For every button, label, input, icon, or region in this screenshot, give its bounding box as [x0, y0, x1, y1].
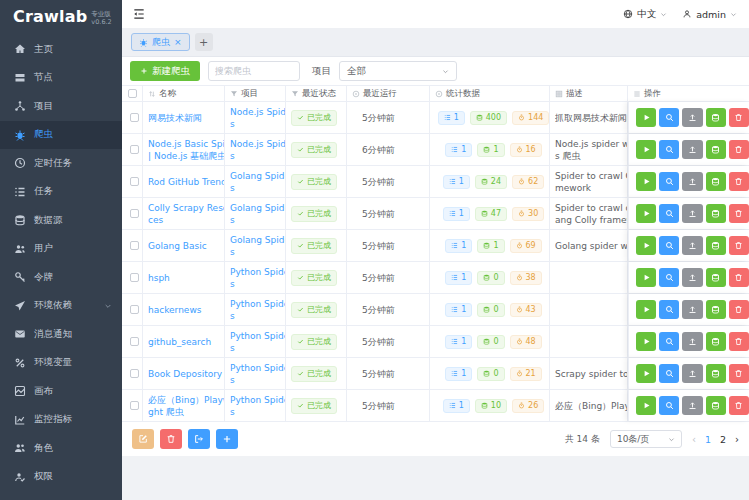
- project-link[interactable]: Python Spider: [230, 394, 285, 406]
- project-link[interactable]: s: [230, 182, 285, 194]
- page-size-select[interactable]: 10条/页: [610, 430, 682, 448]
- results-count-badge[interactable]: 0: [477, 303, 504, 317]
- row-checkbox[interactable]: [130, 401, 139, 410]
- project-link[interactable]: Golang Spider: [230, 170, 285, 182]
- project-link[interactable]: Python Spider: [230, 330, 285, 342]
- spider-name-link[interactable]: Book Depository: [148, 368, 224, 380]
- row-checkbox[interactable]: [130, 113, 139, 122]
- view-data-button[interactable]: [706, 236, 726, 255]
- delete-spider-button[interactable]: [729, 332, 749, 351]
- sidebar-item-role[interactable]: 角色: [0, 434, 122, 463]
- view-data-button[interactable]: [706, 332, 726, 351]
- view-spider-button[interactable]: [659, 268, 679, 287]
- view-data-button[interactable]: [706, 140, 726, 159]
- results-count-badge[interactable]: 0: [477, 271, 504, 285]
- spider-name-link[interactable]: ces: [148, 214, 224, 226]
- duration-badge[interactable]: 69: [510, 239, 542, 253]
- sidebar-item-server[interactable]: 节点: [0, 64, 122, 93]
- project-link[interactable]: s: [230, 406, 285, 418]
- delete-spider-button[interactable]: [729, 140, 749, 159]
- delete-spider-button[interactable]: [729, 396, 749, 415]
- row-checkbox[interactable]: [130, 177, 139, 186]
- language-selector[interactable]: 中文: [623, 8, 667, 21]
- status-badge[interactable]: 已完成: [291, 398, 337, 414]
- row-checkbox[interactable]: [130, 369, 139, 378]
- spider-name-link[interactable]: github_search: [148, 336, 224, 348]
- row-checkbox[interactable]: [130, 273, 139, 282]
- spider-name-link[interactable]: Node.js Basic Spider: [148, 138, 224, 150]
- status-badge[interactable]: 已完成: [291, 302, 337, 318]
- view-spider-button[interactable]: [659, 396, 679, 415]
- project-link[interactable]: s: [230, 246, 285, 258]
- tasks-count-badge[interactable]: 1: [445, 335, 472, 349]
- sidebar-item-permission[interactable]: 权限: [0, 463, 122, 492]
- delete-spider-button[interactable]: [729, 172, 749, 191]
- spider-name-link[interactable]: hsph: [148, 272, 224, 284]
- status-badge[interactable]: 已完成: [291, 110, 337, 126]
- page-number-2[interactable]: 2: [720, 434, 726, 445]
- sidebar-item-chart[interactable]: 监控指标: [0, 406, 122, 435]
- select-all-checkbox[interactable]: [128, 89, 137, 98]
- spider-name-link[interactable]: 网易技术新闻: [148, 112, 224, 124]
- view-spider-button[interactable]: [659, 108, 679, 127]
- sidebar-item-envelope[interactable]: 消息通知: [0, 320, 122, 349]
- status-badge[interactable]: 已完成: [291, 238, 337, 254]
- upload-files-button[interactable]: [682, 172, 702, 191]
- spider-name-link[interactable]: 必应（Bing）Playwri: [148, 394, 224, 406]
- duration-badge[interactable]: 38: [510, 271, 542, 285]
- results-count-badge[interactable]: 1: [477, 143, 504, 157]
- upload-files-button[interactable]: [682, 332, 702, 351]
- project-link[interactable]: s: [230, 310, 285, 322]
- run-spider-button[interactable]: [636, 204, 656, 223]
- results-count-badge[interactable]: 47: [475, 207, 507, 221]
- spider-name-link[interactable]: Golang Basic: [148, 240, 224, 252]
- delete-spider-button[interactable]: [729, 268, 749, 287]
- view-spider-button[interactable]: [659, 172, 679, 191]
- project-link[interactable]: s: [230, 342, 285, 354]
- results-count-badge[interactable]: 400: [470, 111, 507, 125]
- project-filter-select[interactable]: 全部: [339, 61, 457, 81]
- run-spider-button[interactable]: [636, 172, 656, 191]
- delete-selected-button[interactable]: [160, 429, 182, 449]
- run-spider-button[interactable]: [636, 140, 656, 159]
- view-spider-button[interactable]: [659, 236, 679, 255]
- project-link[interactable]: s: [230, 214, 285, 226]
- tasks-count-badge[interactable]: 1: [443, 207, 470, 221]
- run-spider-button[interactable]: [636, 332, 656, 351]
- tasks-count-badge[interactable]: 1: [445, 271, 472, 285]
- sidebar-item-clock[interactable]: 定时任务: [0, 149, 122, 178]
- new-tab-button[interactable]: +: [195, 33, 213, 51]
- delete-spider-button[interactable]: [729, 204, 749, 223]
- view-spider-button[interactable]: [659, 204, 679, 223]
- project-link[interactable]: Golang Spider: [230, 234, 285, 246]
- sidebar-item-sitemap[interactable]: 项目: [0, 92, 122, 121]
- upload-files-button[interactable]: [682, 108, 702, 127]
- project-link[interactable]: Golang Spider: [230, 202, 285, 214]
- view-data-button[interactable]: [706, 204, 726, 223]
- sidebar-item-home[interactable]: 主页: [0, 35, 122, 64]
- add-button[interactable]: [216, 429, 238, 449]
- view-data-button[interactable]: [706, 172, 726, 191]
- duration-badge[interactable]: 30: [512, 207, 544, 221]
- upload-files-button[interactable]: [682, 204, 702, 223]
- project-link[interactable]: s: [230, 278, 285, 290]
- spider-name-link[interactable]: ght 爬虫: [148, 406, 224, 418]
- new-spider-button[interactable]: 新建爬虫: [130, 61, 200, 81]
- results-count-badge[interactable]: 10: [475, 399, 507, 413]
- project-link[interactable]: Node.js Spider: [230, 106, 285, 118]
- delete-spider-button[interactable]: [729, 364, 749, 383]
- view-data-button[interactable]: [706, 364, 726, 383]
- tasks-count-badge[interactable]: 1: [443, 399, 470, 413]
- view-spider-button[interactable]: [659, 300, 679, 319]
- row-checkbox[interactable]: [130, 241, 139, 250]
- duration-badge[interactable]: 144: [512, 111, 549, 125]
- tasks-count-badge[interactable]: 1: [443, 175, 470, 189]
- duration-badge[interactable]: 62: [512, 175, 544, 189]
- view-data-button[interactable]: [706, 300, 726, 319]
- sidebar-item-bug[interactable]: 爬虫: [0, 121, 122, 150]
- results-count-badge[interactable]: 0: [477, 335, 504, 349]
- tasks-count-badge[interactable]: 1: [445, 367, 472, 381]
- run-spider-button[interactable]: [636, 364, 656, 383]
- next-page-button[interactable]: ›: [735, 434, 739, 445]
- delete-spider-button[interactable]: [729, 108, 749, 127]
